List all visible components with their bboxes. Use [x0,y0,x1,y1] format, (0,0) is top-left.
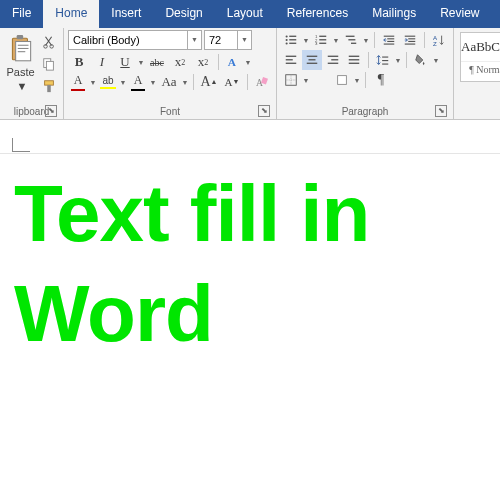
chevron-down-icon[interactable]: ▼ [332,37,340,44]
chevron-down-icon[interactable]: ▼ [149,79,157,86]
increase-indent-button[interactable] [400,30,420,50]
svg-rect-35 [408,38,415,39]
chevron-down-icon[interactable]: ▼ [394,57,402,64]
ruler[interactable] [0,120,500,154]
svg-point-19 [286,42,288,44]
chevron-down-icon[interactable]: ▼ [244,59,252,66]
document-area[interactable]: Text fill in Word [0,154,500,374]
chevron-down-icon[interactable]: ▼ [432,57,440,64]
style-normal[interactable]: AaBbCcDc ¶ Normal [460,32,500,82]
svg-rect-5 [17,51,25,52]
svg-rect-11 [47,85,51,92]
italic-button[interactable]: I [91,52,113,72]
svg-rect-47 [331,59,338,60]
bold-button[interactable]: B [68,52,90,72]
tab-layout[interactable]: Layout [215,0,275,28]
strikethrough-button[interactable]: abc [146,52,168,72]
multilevel-list-button[interactable] [341,30,361,50]
chevron-down-icon: ▼ [17,80,25,92]
show-hide-button[interactable]: ¶ [370,70,392,90]
clear-formatting-button[interactable]: A [252,72,272,92]
svg-rect-54 [382,64,388,65]
bullets-button[interactable] [281,30,301,50]
align-left-button[interactable] [281,50,301,70]
group-clipboard: Paste ▼ lipboard⬊ [0,28,64,119]
format-painter-button[interactable] [39,76,59,96]
svg-rect-20 [289,43,296,44]
numbering-button[interactable]: 123 [311,30,331,50]
svg-rect-26 [319,43,326,44]
align-center-button[interactable] [302,50,322,70]
dialog-launcher-icon[interactable]: ⬊ [45,105,57,117]
change-case-button[interactable]: Aa [158,72,180,92]
ribbon: Paste ▼ lipboard⬊ ▼ ▼ B I U▼ abc [0,28,500,120]
svg-rect-32 [387,41,394,42]
chevron-down-icon[interactable]: ▼ [137,59,145,66]
font-fill-button[interactable]: A [128,72,148,92]
svg-rect-33 [384,44,395,45]
tab-mailings[interactable]: Mailings [360,0,428,28]
line-spacing-button[interactable] [373,50,393,70]
text-effects-button[interactable]: A [223,52,243,72]
highlight-button[interactable]: ab [98,72,118,92]
grow-font-button[interactable]: A▲ [198,72,220,92]
svg-point-17 [286,39,288,41]
cut-button[interactable] [39,32,59,52]
borders-button[interactable] [281,70,301,90]
tab-insert[interactable]: Insert [99,0,153,28]
font-name-input[interactable] [68,30,188,50]
paste-button[interactable]: Paste ▼ [4,30,37,105]
chevron-down-icon[interactable]: ▼ [119,79,127,86]
svg-rect-40 [286,56,297,57]
chevron-down-icon[interactable]: ▼ [302,77,310,84]
shading-color-button[interactable] [332,70,352,90]
svg-rect-46 [328,56,339,57]
ribbon-tabs: File Home Insert Design Layout Reference… [0,0,500,28]
tab-review[interactable]: Review [428,0,491,28]
dialog-launcher-icon[interactable]: ⬊ [258,105,270,117]
tab-home[interactable]: Home [43,0,99,28]
superscript-button[interactable]: x2 [192,52,214,72]
svg-rect-30 [384,36,395,37]
sort-button[interactable]: AZ [429,30,449,50]
svg-rect-3 [17,45,28,46]
chevron-down-icon[interactable]: ▼ [181,79,189,86]
align-right-button[interactable] [323,50,343,70]
shrink-font-button[interactable]: A▼ [221,72,243,92]
chevron-down-icon[interactable]: ▼ [353,77,361,84]
svg-rect-41 [286,59,293,60]
svg-rect-22 [319,36,326,37]
tab-file[interactable]: File [0,0,43,28]
chevron-down-icon[interactable]: ▼ [362,37,370,44]
svg-rect-31 [387,38,394,39]
group-font: ▼ ▼ B I U▼ abc x2 x2 A▼ A▼ ab▼ A▼ Aa▼ A▲ [64,28,277,119]
svg-rect-27 [346,36,355,37]
svg-rect-37 [405,44,416,45]
svg-rect-36 [408,41,415,42]
chevron-down-icon[interactable]: ▼ [89,79,97,86]
chevron-down-icon[interactable]: ▼ [302,37,310,44]
svg-rect-49 [349,56,360,57]
underline-button[interactable]: U [114,52,136,72]
font-size-dropdown[interactable]: ▼ [238,30,252,50]
font-name-dropdown[interactable]: ▼ [188,30,202,50]
subscript-button[interactable]: x2 [169,52,191,72]
shading-button[interactable] [411,50,431,70]
style-name: ¶ Normal [461,61,500,75]
justify-button[interactable] [344,50,364,70]
tab-design[interactable]: Design [153,0,214,28]
font-color-button[interactable]: A [68,72,88,92]
svg-rect-9 [46,61,53,70]
document-text[interactable]: Text fill in Word [14,164,486,364]
group-styles: AaBbCcDc ¶ Normal [454,28,500,119]
dialog-launcher-icon[interactable]: ⬊ [435,105,447,117]
svg-rect-51 [349,63,360,64]
svg-rect-4 [17,48,28,49]
font-size-input[interactable] [204,30,238,50]
decrease-indent-button[interactable] [379,30,399,50]
svg-rect-18 [289,39,296,40]
group-label-paragraph: Paragraph⬊ [281,105,449,119]
tab-references[interactable]: References [275,0,360,28]
svg-rect-24 [319,39,326,40]
copy-button[interactable] [39,54,59,74]
